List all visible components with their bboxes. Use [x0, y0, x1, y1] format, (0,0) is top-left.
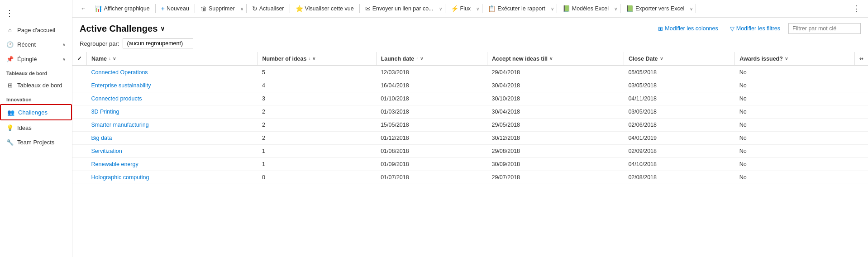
ideas-icon: 💡 — [6, 124, 14, 131]
col-num-ideas[interactable]: Number of ideas ↓ ∨ — [258, 52, 376, 66]
row-launch-date-8: 01/07/2018 — [376, 171, 487, 184]
col-chevron-icon: ∨ — [785, 56, 788, 61]
chart-icon: 📊 — [95, 5, 102, 12]
row-check-6[interactable] — [72, 145, 87, 158]
row-name-5[interactable]: Big data — [87, 132, 258, 145]
supprimer-chevron[interactable]: ∨ — [239, 5, 244, 13]
col-launch-date[interactable]: Launch date ↑ ∨ — [376, 52, 487, 66]
row-name-0[interactable]: Connected Operations — [87, 66, 258, 79]
sidebar-item-home[interactable]: ⌂ Page d'accueil — [0, 23, 72, 37]
row-close-date-7: 04/10/2018 — [624, 158, 734, 171]
toolbar-separator — [290, 4, 290, 13]
recent-icon: 🕐 — [6, 41, 14, 48]
button-label: Actualiser — [259, 5, 284, 12]
sidebar-item-label: Ideas — [17, 124, 32, 131]
exporter-chevron[interactable]: ∨ — [689, 5, 694, 13]
row-name-3[interactable]: 3D Printing — [87, 105, 258, 119]
envoyer-chevron[interactable]: ∨ — [438, 5, 443, 13]
row-num-ideas-7: 1 — [258, 158, 376, 171]
modify-filters-button[interactable]: ▽ Modifier les filtres — [726, 24, 784, 34]
more-options-button[interactable]: ⋮ — [850, 3, 863, 14]
nouveau-button[interactable]: + Nouveau — [157, 3, 193, 14]
row-check-5[interactable] — [72, 132, 87, 145]
modify-columns-button[interactable]: ⊞ Modifier les colonnes — [654, 24, 721, 34]
col-awards[interactable]: Awards issued? ∨ — [735, 52, 854, 66]
sidebar-section-tableaux: Tableaux de bord — [0, 66, 72, 78]
title-chevron-icon[interactable]: ∨ — [160, 25, 165, 32]
main-content: ← 📊 Afficher graphique + Nouveau 🗑 Suppr… — [72, 0, 868, 257]
flux-chevron[interactable]: ∨ — [475, 5, 480, 13]
executer-chevron[interactable]: ∨ — [550, 5, 555, 13]
row-check-0[interactable] — [72, 66, 87, 79]
col-check[interactable]: ✓ — [72, 52, 87, 66]
row-name-4[interactable]: Smarter manufacturing — [87, 119, 258, 132]
table-row: Connected products 3 01/10/2018 30/10/20… — [72, 92, 868, 105]
row-launch-date-0: 12/03/2018 — [376, 66, 487, 79]
modeles-chevron[interactable]: ∨ — [613, 5, 618, 13]
hamburger-button[interactable]: ⋮ — [0, 4, 72, 23]
visualiser-button[interactable]: ⭐ Visualiser cette vue — [292, 3, 358, 14]
sidebar-item-tableaux[interactable]: ⊞ Tableaux de bord — [0, 78, 72, 92]
row-num-ideas-3: 2 — [258, 105, 376, 119]
row-num-ideas-2: 3 — [258, 92, 376, 105]
row-close-date-8: 02/08/2018 — [624, 171, 734, 184]
row-check-7[interactable] — [72, 158, 87, 171]
row-empty-4 — [854, 119, 868, 132]
col-name[interactable]: Name ↓ ∨ — [87, 52, 258, 66]
row-awards-0: No — [735, 66, 854, 79]
email-icon: ✉ — [365, 5, 371, 12]
row-name-6[interactable]: Servitization — [87, 145, 258, 158]
row-check-4[interactable] — [72, 119, 87, 132]
row-name-1[interactable]: Enterprise sustainability — [87, 79, 258, 92]
row-close-date-6: 02/09/2018 — [624, 145, 734, 158]
row-num-ideas-0: 5 — [258, 66, 376, 79]
exporter-button[interactable]: 📗 Exporter vers Excel — [622, 3, 688, 14]
row-empty-1 — [854, 79, 868, 92]
checkbox-icon: ✓ — [77, 55, 82, 62]
row-accept-till-8: 29/07/2018 — [487, 171, 624, 184]
back-icon: ← — [81, 5, 86, 12]
filter-icon: ▽ — [730, 25, 734, 32]
resize-icon: ⇔ — [859, 56, 863, 61]
toolbar-separator — [696, 4, 696, 13]
col-close-date[interactable]: Close Date ∨ — [624, 52, 734, 66]
executer-button[interactable]: 📋 Exécuter le rapport — [484, 3, 549, 14]
back-button[interactable]: ← — [77, 4, 90, 14]
excel-icon: 📗 — [563, 5, 570, 12]
row-check-3[interactable] — [72, 105, 87, 119]
row-check-8[interactable] — [72, 171, 87, 184]
row-num-ideas-4: 2 — [258, 119, 376, 132]
actualiser-button[interactable]: ↻ Actualiser — [248, 3, 288, 14]
groupby-select[interactable]: (aucun regroupement) — [123, 38, 193, 48]
row-name-7[interactable]: Renewable energy — [87, 158, 258, 171]
button-label: Envoyer un lien par co... — [372, 5, 434, 12]
envoyer-button[interactable]: ✉ Envoyer un lien par co... — [362, 3, 437, 14]
flux-button[interactable]: ⚡ Flux — [447, 3, 475, 14]
chevron-down-icon: ∨ — [62, 57, 66, 62]
row-empty-8 — [854, 171, 868, 184]
row-awards-6: No — [735, 145, 854, 158]
afficher-graphique-button[interactable]: 📊 Afficher graphique — [91, 3, 153, 14]
row-check-1[interactable] — [72, 79, 87, 92]
row-accept-till-0: 29/04/2018 — [487, 66, 624, 79]
sidebar-item-challenges[interactable]: 👥 Challenges — [0, 104, 72, 120]
sidebar: ⋮ ⌂ Page d'accueil 🕐 Récent ∨ 📌 Épinglé … — [0, 0, 72, 257]
sidebar-item-ideas[interactable]: 💡 Ideas — [0, 120, 72, 135]
sidebar-item-pinned[interactable]: 📌 Épinglé ∨ — [0, 52, 72, 66]
col-accept-till[interactable]: Accept new ideas till ∨ — [487, 52, 624, 66]
keyword-filter-input[interactable] — [788, 23, 861, 34]
toolbar-separator — [445, 4, 445, 13]
row-launch-date-2: 01/10/2018 — [376, 92, 487, 105]
sidebar-item-team-projects[interactable]: 🔧 Team Projects — [0, 135, 72, 149]
modeles-button[interactable]: 📗 Modèles Excel — [559, 3, 612, 14]
row-awards-2: No — [735, 92, 854, 105]
sidebar-item-recent[interactable]: 🕐 Récent ∨ — [0, 37, 72, 52]
table-row: Smarter manufacturing 2 15/05/2018 29/05… — [72, 119, 868, 132]
row-check-2[interactable] — [72, 92, 87, 105]
data-table: ✓ Name ↓ ∨ Number of ideas ↓ ∨ — [72, 52, 868, 184]
row-name-8[interactable]: Holographic computing — [87, 171, 258, 184]
col-launch-date-label: Launch date — [381, 56, 415, 62]
row-name-2[interactable]: Connected products — [87, 92, 258, 105]
excel-export-icon: 📗 — [626, 5, 634, 12]
supprimer-button[interactable]: 🗑 Supprimer — [197, 3, 238, 14]
